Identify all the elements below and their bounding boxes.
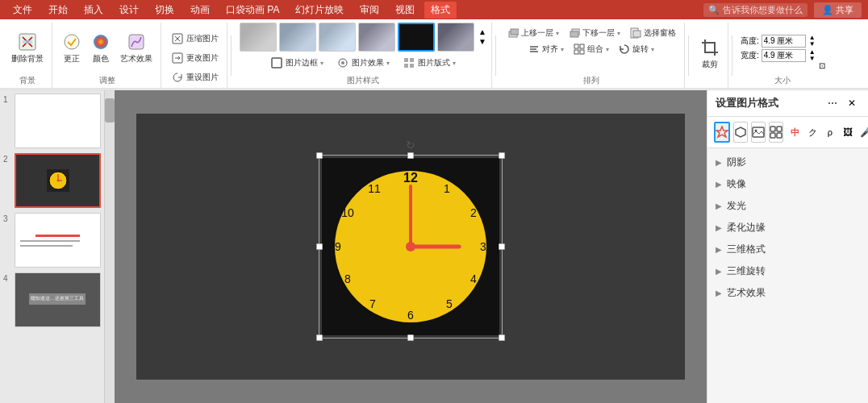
extra-icon-chinese[interactable]: 中 xyxy=(787,124,803,140)
down-layer-btn[interactable]: 下移一层 ▾ xyxy=(565,26,624,40)
share-button[interactable]: 👤 共享 xyxy=(814,2,862,18)
menu-item-home[interactable]: 开始 xyxy=(42,2,74,19)
option-glow[interactable]: ▶ 发光 xyxy=(707,195,868,217)
scroll-thumb[interactable] xyxy=(105,98,115,123)
pic-border-btn[interactable]: 图片边框 ▾ xyxy=(267,55,327,71)
color-icon xyxy=(91,32,111,52)
align-btn[interactable]: 对齐 ▾ xyxy=(525,42,567,56)
height-down[interactable]: ▼ xyxy=(809,41,816,48)
panel-tab-picture[interactable] xyxy=(751,122,766,143)
menu-item-design[interactable]: 设计 xyxy=(113,2,145,19)
menu-item-format[interactable]: 格式 xyxy=(424,2,457,19)
width-input[interactable] xyxy=(762,49,806,62)
handle-bottom-center[interactable] xyxy=(407,334,414,341)
remove-background-button[interactable]: 删除背景 xyxy=(8,31,47,66)
option-reflect[interactable]: ▶ 映像 xyxy=(707,173,868,195)
menu-item-pa[interactable]: 口袋动画 PA xyxy=(219,2,286,19)
crop-button[interactable]: 裁剪 xyxy=(697,36,723,72)
option-3d-format[interactable]: ▶ 三维格式 xyxy=(707,239,868,260)
slide-thumb-3[interactable] xyxy=(15,213,101,268)
group-btn[interactable]: 组合 ▾ xyxy=(570,42,612,56)
canvas-area[interactable]: ↻ 12 1 2 3 4 5 6 7 8 9 xyxy=(115,90,707,403)
search-box[interactable]: 🔍 告诉我你想要做什么 xyxy=(703,3,807,17)
slide-item-4[interactable]: 4 嗯知道这…还差第三工具 xyxy=(3,272,101,327)
pic-style-5[interactable] xyxy=(398,23,435,52)
svg-text:7: 7 xyxy=(369,297,376,310)
layout-tab-icon xyxy=(770,126,782,139)
menu-item-slideshow[interactable]: 幻灯片放映 xyxy=(289,2,350,19)
pic-layout-btn[interactable]: 图片版式 ▾ xyxy=(399,55,459,71)
pic-effect-label: 图片效果 xyxy=(352,57,384,69)
menu-item-file[interactable]: 文件 xyxy=(6,2,39,19)
pic-style-2[interactable] xyxy=(279,23,316,52)
slide-item-2[interactable]: 2 xyxy=(3,153,101,208)
option-art-effect[interactable]: ▶ 艺术效果 xyxy=(707,282,868,304)
panel-tab-layout[interactable] xyxy=(769,122,783,143)
svg-text:11: 11 xyxy=(368,182,381,195)
arrange-row-2: 对齐 ▾ 组合 ▾ 旋转 ▾ xyxy=(525,42,657,56)
panel-tab-shape[interactable] xyxy=(733,122,748,143)
slide3-text2 xyxy=(20,245,73,247)
pic-effect-btn[interactable]: 图片效果 ▾ xyxy=(333,55,393,71)
change-img-btn[interactable]: 更改图片 xyxy=(168,50,222,66)
height-input[interactable] xyxy=(762,35,806,48)
menu-item-review[interactable]: 审阅 xyxy=(353,2,386,19)
menu-item-animation[interactable]: 动画 xyxy=(184,2,216,19)
art-effect-button[interactable]: 艺术效果 xyxy=(117,31,156,66)
right-panel-controls: ⋯ ✕ xyxy=(824,95,860,111)
select-pane-btn[interactable]: 选择窗格 xyxy=(627,26,679,40)
slide-thumb-2[interactable] xyxy=(15,153,101,208)
art-effect-icon xyxy=(127,32,146,52)
handle-bottom-left[interactable] xyxy=(316,334,323,341)
size-expand-icon[interactable]: ⊡ xyxy=(819,61,825,70)
pic-style-1[interactable] xyxy=(240,23,277,52)
handle-bottom-right[interactable] xyxy=(499,334,505,341)
slide-thumb-1[interactable] xyxy=(15,93,101,148)
handle-middle-right[interactable] xyxy=(499,243,505,250)
width-down[interactable]: ▼ xyxy=(809,56,816,62)
svg-rect-54 xyxy=(777,127,782,131)
slide-item-3[interactable]: 3 xyxy=(3,213,101,268)
option-soft-edge[interactable]: ▶ 柔化边缘 xyxy=(707,217,868,239)
pic-style-3[interactable] xyxy=(319,23,356,52)
ribbon-group-items-bg: 删除背景 xyxy=(8,23,47,75)
slide-thumb-4[interactable]: 嗯知道这…还差第三工具 xyxy=(15,272,101,327)
slide-item-1[interactable]: 1 xyxy=(3,93,101,148)
size-items: 高度: ▲ ▼ 宽度: ▲ ▼ xyxy=(741,23,825,75)
rotate-handle[interactable]: ↻ xyxy=(404,139,417,152)
menu-item-transition[interactable]: 切换 xyxy=(148,2,181,19)
up-layer-btn[interactable]: 上移一层 ▾ xyxy=(504,26,562,40)
handle-top-right[interactable] xyxy=(499,152,505,159)
layout-arrow: ▾ xyxy=(453,60,456,67)
pic-layout-label: 图片版式 xyxy=(418,57,450,69)
correct-button[interactable]: 更正 xyxy=(59,31,85,66)
pic-style-4[interactable] xyxy=(358,23,395,52)
extra-icon-picture[interactable]: 🖼 xyxy=(840,124,856,140)
pic-styles-expand[interactable]: ▼ xyxy=(478,38,486,46)
extra-icon-rho[interactable]: ρ xyxy=(822,124,838,140)
rotate-btn[interactable]: 旋转 ▾ xyxy=(616,42,657,56)
soft-edge-label: 柔化边缘 xyxy=(727,221,860,235)
slide-panel[interactable]: 1 2 3 xyxy=(0,90,105,403)
reset-img-btn[interactable]: 重设图片 xyxy=(168,69,222,85)
svg-rect-53 xyxy=(770,127,775,131)
option-shadow[interactable]: ▶ 阴影 xyxy=(707,152,868,173)
slide-panel-scrollbar[interactable] xyxy=(105,90,115,403)
menu-item-insert[interactable]: 插入 xyxy=(77,2,110,19)
extra-icon-mic[interactable]: 🎤 xyxy=(858,124,868,140)
panel-tab-effects[interactable] xyxy=(714,122,730,143)
panel-close-icon[interactable]: ✕ xyxy=(844,95,860,111)
menu-bar: 文件 开始 插入 设计 切换 动画 口袋动画 PA 幻灯片放映 审阅 视图 格式… xyxy=(0,0,868,19)
color-button[interactable]: 颜色 xyxy=(88,31,114,66)
panel-settings-icon[interactable]: ⋯ xyxy=(824,95,841,111)
option-3d-rotate[interactable]: ▶ 三维旋转 xyxy=(707,260,868,282)
svg-text:12: 12 xyxy=(403,171,418,185)
pic-styles-scroll-up[interactable]: ▲ xyxy=(478,28,486,36)
clock-container[interactable]: ↻ 12 1 2 3 4 5 6 7 8 9 xyxy=(322,158,499,335)
compress-img-btn[interactable]: 压缩图片 xyxy=(168,31,222,47)
main-area: 1 2 3 xyxy=(0,90,868,403)
pic-style-6[interactable] xyxy=(437,23,474,52)
menu-item-view[interactable]: 视图 xyxy=(389,2,421,19)
extra-icon-ku[interactable]: ク xyxy=(804,124,820,140)
adjust-group-label: 调整 xyxy=(99,75,115,88)
